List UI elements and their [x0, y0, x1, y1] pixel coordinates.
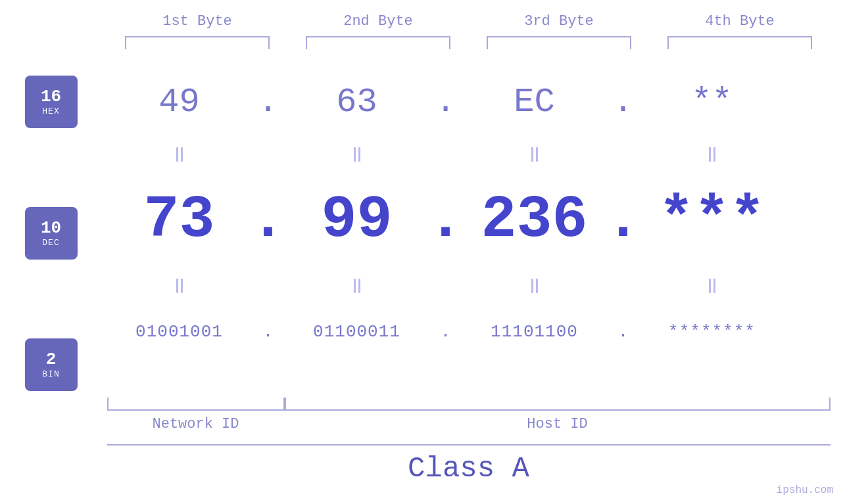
badges-column: 16 HEX 10 DEC 2 BIN — [9, 76, 94, 391]
dec-badge-num: 10 — [41, 219, 61, 238]
main-area: 16 HEX 10 DEC 2 BIN 49 . — [9, 62, 837, 391]
hex-dot2-sym: . — [435, 83, 456, 122]
bracket-byte1 — [125, 36, 270, 49]
hex-badge-label: HEX — [42, 106, 59, 116]
dec-dot3-sym: . — [606, 187, 641, 254]
bin-b4-cell: ******** — [640, 322, 785, 342]
bin-dot2-sym: . — [441, 322, 451, 342]
network-id-label: Network ID — [107, 416, 285, 432]
dec-b3-value: 236 — [481, 187, 587, 254]
hex-row: 49 . 63 . EC . ** — [107, 62, 837, 141]
hex-b4-cell: ** — [640, 83, 785, 122]
bin-dot3-sym: . — [618, 322, 629, 342]
bin-b3-cell: 11101100 — [462, 322, 607, 342]
hex-dot2: . — [429, 83, 462, 122]
byte4-header: 4th Byte — [667, 13, 812, 30]
hex-dot3: . — [607, 83, 640, 122]
dec-dot1-sym: . — [251, 187, 286, 254]
dec-dot3: . — [607, 187, 640, 254]
bracket-byte3 — [487, 36, 631, 49]
bracket-byte4 — [667, 36, 812, 49]
values-area: 49 . 63 . EC . ** — [107, 62, 837, 365]
bin-b2-value: 01100011 — [313, 322, 400, 342]
dec-badge: 10 DEC — [25, 207, 78, 260]
byte2-header: 2nd Byte — [306, 13, 450, 30]
eq2-b3 — [462, 279, 607, 293]
hex-dot1: . — [252, 83, 285, 122]
bin-b3-value: 11101100 — [491, 322, 578, 342]
hex-dot1-sym: . — [258, 83, 278, 122]
host-id-bracket — [285, 398, 831, 411]
class-area: Class A — [9, 444, 837, 485]
hex-b1-value: 49 — [158, 83, 199, 122]
byte3-header: 3rd Byte — [487, 13, 631, 30]
dec-b1-cell: 73 — [107, 187, 252, 254]
equals-row-2 — [107, 273, 837, 299]
bin-dot2: . — [429, 322, 462, 342]
network-id-bracket — [107, 398, 285, 411]
byte-headers: 1st Byte 2nd Byte 3rd Byte 4th Byte — [107, 13, 831, 30]
dec-b3-cell: 236 — [462, 187, 607, 254]
eq1-b1 — [107, 147, 252, 162]
bottom-labels: Network ID Host ID — [107, 416, 831, 432]
hex-badge-num: 16 — [41, 87, 61, 106]
dec-b1-value: 73 — [143, 187, 214, 254]
bottom-area: Network ID Host ID — [9, 398, 837, 432]
hex-b1-cell: 49 — [107, 83, 252, 122]
bracket-byte2 — [306, 36, 450, 49]
bin-badge-label: BIN — [42, 369, 59, 379]
bin-b4-value: ******** — [668, 322, 756, 342]
dec-badge-label: DEC — [42, 238, 59, 248]
hex-b3-value: EC — [514, 83, 554, 122]
dec-dot1: . — [252, 187, 285, 254]
eq2-b1 — [107, 279, 252, 293]
eq1-b3 — [462, 147, 607, 162]
eq2-b4 — [640, 279, 785, 293]
hex-b2-cell: 63 — [285, 83, 429, 122]
eq1-b4 — [640, 147, 785, 162]
bin-dot3: . — [607, 322, 640, 342]
bin-b1-value: 01001001 — [135, 322, 223, 342]
equals-row-1 — [107, 141, 837, 168]
hex-dot3-sym: . — [613, 83, 633, 122]
hex-badge: 16 HEX — [25, 76, 78, 128]
dec-b4-cell: *** — [640, 187, 785, 254]
dec-b2-cell: 99 — [285, 187, 429, 254]
bin-badge: 2 BIN — [25, 338, 78, 391]
dec-dot2: . — [429, 187, 462, 254]
class-label: Class A — [107, 452, 831, 485]
class-bracket-line — [107, 444, 831, 446]
bin-b1-cell: 01001001 — [107, 322, 252, 342]
dec-b4-value: *** — [658, 187, 765, 254]
top-brackets — [107, 36, 831, 49]
bin-b2-cell: 01100011 — [285, 322, 429, 342]
dec-b2-value: 99 — [321, 187, 392, 254]
watermark: ipshu.com — [777, 484, 833, 496]
hex-b2-value: 63 — [336, 83, 377, 122]
dec-row: 73 . 99 . 236 . *** — [107, 168, 837, 273]
dec-dot2-sym: . — [428, 187, 464, 254]
hex-b3-cell: EC — [462, 83, 607, 122]
bin-row: 01001001 . 01100011 . 11101100 . — [107, 299, 837, 365]
eq2-b2 — [285, 279, 429, 293]
hex-b4-value: ** — [691, 83, 732, 122]
main-container: 1st Byte 2nd Byte 3rd Byte 4th Byte 16 H… — [0, 0, 845, 504]
bottom-brackets — [107, 398, 831, 411]
bin-dot1: . — [252, 322, 285, 342]
bin-dot1-sym: . — [263, 322, 274, 342]
eq1-b2 — [285, 147, 429, 162]
byte1-header: 1st Byte — [125, 13, 270, 30]
host-id-label: Host ID — [285, 416, 831, 432]
bin-badge-num: 2 — [46, 350, 57, 369]
